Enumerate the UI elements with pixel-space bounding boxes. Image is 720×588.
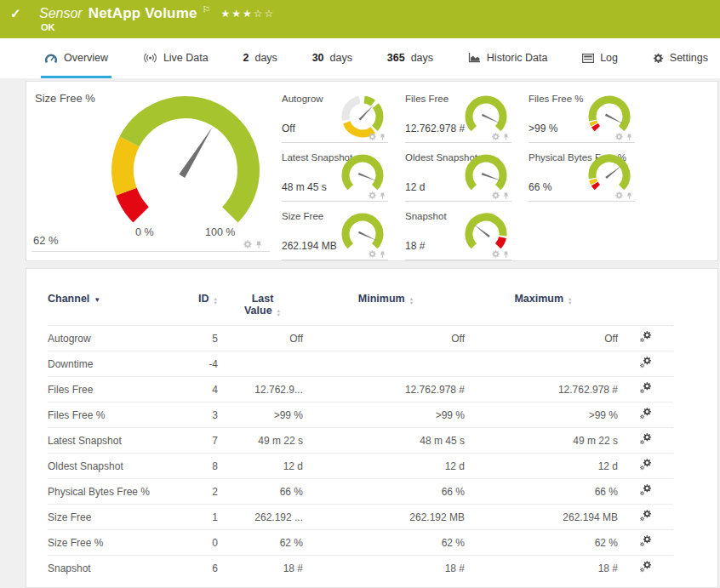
column-header-maximum[interactable]: Maximum▲▼ — [469, 288, 622, 326]
table-row: Physical Bytes Free % 2 66 % 66 % 66 % — [48, 479, 673, 505]
sort-icon[interactable]: ▲▼ — [409, 297, 414, 305]
gauge-pin-icon[interactable] — [379, 251, 386, 258]
gauge-pin-icon[interactable] — [502, 251, 510, 258]
log-icon — [582, 54, 594, 63]
size-free-pct-gauge — [88, 94, 283, 228]
channel-settings-cell — [622, 479, 673, 505]
tab-30-days[interactable]: 30 days — [309, 38, 356, 78]
maximum-cell: 12.762.978 # — [469, 377, 622, 402]
table-row: Files Free 4 12.762.9... 12.762.978 # 12… — [48, 377, 673, 402]
table-header-row: Channel▼ ID▲▼ Last Value▲▼ Minimum▲▼ Max… — [48, 288, 673, 326]
channel-settings-gears-icon[interactable] — [640, 459, 652, 471]
flag-icon[interactable]: ⚐ — [203, 4, 211, 15]
column-header-channel[interactable]: Channel▼ — [48, 288, 175, 326]
maximum-cell: 66 % — [469, 479, 622, 505]
maximum-cell: 12 d — [469, 454, 622, 479]
sort-icon[interactable]: ▲▼ — [568, 297, 572, 305]
sort-icon[interactable]: ▲▼ — [277, 309, 281, 317]
latest-snapshot-gauge — [339, 152, 386, 197]
channel-name-cell: Oldest Snapshot — [48, 454, 175, 479]
files-free-gauge — [462, 94, 510, 138]
gauge-settings-gear-icon[interactable] — [369, 250, 376, 258]
tab-settings[interactable]: Settings — [649, 38, 711, 78]
gauge-pin-icon[interactable] — [626, 134, 633, 140]
channel-name-cell: Latest Snapshot — [48, 428, 175, 454]
table-row: Oldest Snapshot 8 12 d 12 d 12 d — [48, 454, 673, 479]
sort-icon[interactable]: ▲▼ — [214, 297, 218, 305]
sort-desc-icon[interactable]: ▼ — [94, 296, 100, 304]
gauge-value: 12 d — [405, 181, 425, 193]
channel-settings-cell — [622, 326, 673, 351]
table-row: Autogrow 5 Off Off Off — [48, 326, 673, 351]
gear-icon — [653, 53, 664, 64]
table-row: Downtime -4 — [48, 351, 673, 377]
channel-settings-gears-icon[interactable] — [640, 408, 652, 420]
last-value-cell: 18 # — [222, 556, 307, 581]
object-kind-label: Sensor — [39, 6, 83, 21]
autogrow-gauge — [339, 94, 386, 138]
column-label: Last — [222, 293, 303, 305]
last-value-cell: 62 % — [222, 530, 307, 556]
channel-name-cell: Snapshot — [48, 556, 175, 581]
channel-settings-gears-icon[interactable] — [640, 433, 652, 445]
channel-settings-gears-icon[interactable] — [640, 535, 652, 547]
tab-live-data[interactable]: Live Data — [140, 38, 212, 78]
channel-id-cell: -4 — [175, 351, 222, 377]
live-data-icon — [143, 53, 157, 63]
channel-settings-gears-icon[interactable] — [640, 561, 652, 573]
channel-settings-gears-icon[interactable] — [640, 484, 652, 496]
gauge-pin-icon[interactable] — [502, 192, 510, 199]
channel-name-cell: Files Free — [48, 377, 175, 402]
gauge-settings-gear-icon[interactable] — [369, 133, 376, 140]
channel-id-cell: 4 — [175, 377, 222, 402]
gauge-pin-icon[interactable] — [254, 241, 263, 248]
tab-2-days[interactable]: 2 days — [240, 38, 281, 78]
gauge-settings-gear-icon[interactable] — [369, 191, 376, 199]
mini-gauges-grid: Autogrow Off Files Free 12.762.978 # Fil… — [271, 82, 717, 260]
tab-label: days — [254, 52, 277, 64]
tab-historic-data[interactable]: Historic Data — [465, 38, 551, 78]
gauge-value: 66 % — [529, 181, 551, 193]
gauge-settings-gear-icon[interactable] — [492, 133, 500, 140]
gauge-settings-gear-icon[interactable] — [243, 240, 252, 248]
channel-settings-cell — [622, 530, 673, 556]
main-gauge-cell-size-free-pct: Size Free % 0 % 100 % 62 % — [26, 82, 271, 260]
gauge-pin-icon[interactable] — [626, 192, 633, 199]
last-value-cell: >99 % — [222, 402, 307, 428]
channel-settings-gears-icon[interactable] — [640, 331, 652, 343]
mini-gauge-cell-files-free: Files Free 12.762.978 # — [395, 87, 506, 143]
gauge-value: >99 % — [529, 123, 557, 134]
channel-settings-gears-icon[interactable] — [640, 510, 652, 522]
mini-gauge-cell-files-free-pct: Files Free % >99 % — [518, 87, 630, 143]
table-row: Latest Snapshot 7 49 m 22 s 48 m 45 s 49… — [48, 428, 673, 454]
channels-table: Channel▼ ID▲▼ Last Value▲▼ Minimum▲▼ Max… — [48, 288, 673, 581]
tab-overview[interactable]: Overview — [41, 38, 111, 78]
last-value-cell: 66 % — [222, 479, 307, 505]
gauge-pin-icon[interactable] — [379, 192, 386, 199]
maximum-cell: Off — [469, 326, 622, 351]
gauge-pin-icon[interactable] — [379, 134, 386, 140]
physical-bytes-free-pct-gauge — [586, 152, 633, 197]
channel-settings-gears-icon[interactable] — [640, 382, 652, 394]
channel-id-cell: 0 — [175, 530, 222, 556]
column-header-id[interactable]: ID▲▼ — [175, 288, 222, 326]
priority-stars[interactable]: ★★★☆☆ — [220, 8, 275, 20]
gauge-settings-gear-icon[interactable] — [615, 191, 623, 199]
gauge-settings-gear-icon[interactable] — [492, 250, 500, 258]
channel-settings-gears-icon[interactable] — [640, 357, 652, 368]
tab-number: 365 — [387, 52, 405, 64]
tab-365-days[interactable]: 365 days — [384, 38, 437, 78]
tab-label: Overview — [64, 52, 108, 64]
last-value-cell: 12.762.9... — [222, 377, 307, 402]
tab-log[interactable]: Log — [579, 38, 621, 78]
gauge-pin-icon[interactable] — [502, 134, 510, 140]
mini-gauge-cell-oldest-snapshot: Oldest Snapshot 12 d — [395, 146, 506, 202]
channel-id-cell: 5 — [175, 326, 222, 351]
channel-id-cell: 2 — [175, 479, 222, 505]
gauge-min-label: 0 % — [135, 226, 154, 238]
column-header-minimum[interactable]: Minimum▲▼ — [307, 288, 469, 326]
column-header-last-value[interactable]: Last Value▲▼ — [222, 288, 307, 326]
gauge-settings-gear-icon[interactable] — [615, 133, 623, 140]
last-value-cell: 262.192 ... — [222, 505, 307, 530]
gauge-settings-gear-icon[interactable] — [492, 191, 500, 199]
